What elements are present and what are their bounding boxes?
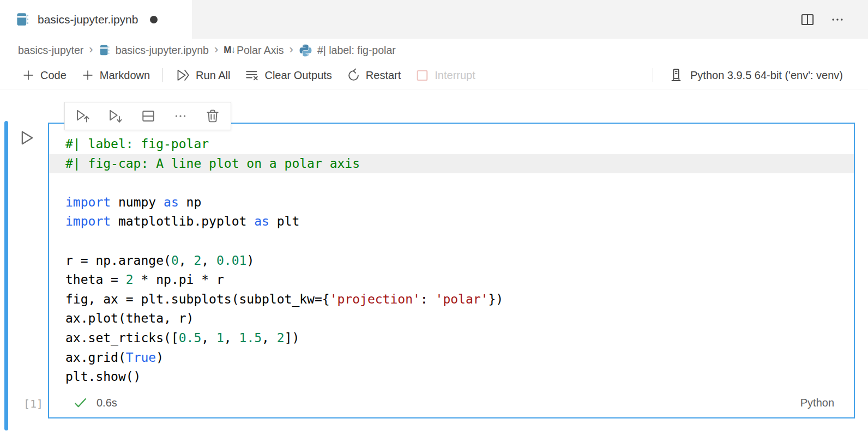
editor-actions [799, 0, 868, 39]
breadcrumb-folder[interactable]: basics-jupyter [18, 44, 83, 57]
breadcrumb-cell[interactable]: #| label: fig-polar [299, 44, 396, 57]
cell-status-bar: 0.6s Python [49, 391, 854, 417]
split-editor-icon[interactable] [799, 11, 816, 28]
code-line[interactable]: fig, ax = plt.subplots(subplot_kw={'proj… [49, 290, 854, 309]
code-line[interactable]: r = np.arange(0, 2, 0.01) [49, 251, 854, 271]
notebook-file-icon [99, 44, 111, 56]
restart-icon [346, 68, 361, 83]
run-below-icon[interactable] [106, 107, 125, 125]
kernel-icon [668, 68, 684, 83]
notebook-file-icon [15, 12, 30, 27]
python-icon [299, 44, 312, 57]
code-line[interactable]: #| label: fig-polar [49, 135, 854, 154]
clear-outputs-icon [244, 68, 260, 83]
execution-count: [1] [15, 397, 51, 410]
split-cell-icon[interactable] [139, 107, 158, 125]
code-line[interactable]: import numpy as np [49, 193, 854, 213]
interrupt-kernel-button[interactable]: Interrupt [408, 62, 482, 89]
code-line[interactable]: import matplotlib.pyplot as plt [49, 212, 854, 232]
run-all-icon [176, 68, 191, 83]
breadcrumb-separator: › [209, 43, 224, 58]
code-line[interactable]: ax.plot(theta, r) [49, 309, 854, 329]
delete-cell-icon[interactable] [203, 107, 222, 125]
more-actions-icon[interactable] [830, 12, 845, 27]
cell-language-picker[interactable]: Python [800, 397, 834, 409]
focused-cell-indicator-bar[interactable] [4, 121, 8, 430]
notebook-toolbar: Code Markdown Run All Clear Outputs [0, 62, 868, 89]
breadcrumb-separator: › [284, 43, 299, 58]
interrupt-icon [415, 68, 430, 83]
plus-icon [81, 68, 95, 82]
breadcrumb-separator: › [83, 43, 98, 58]
code-line[interactable] [49, 173, 854, 193]
modified-indicator-dot[interactable] [150, 16, 158, 23]
code-area[interactable]: #| label: fig-polar#| fig-cap: A line pl… [49, 135, 854, 387]
kernel-label: Python 3.9.5 64-bit ('env': venv) [690, 69, 843, 82]
kernel-picker[interactable]: Python 3.9.5 64-bit ('env': venv) [647, 62, 868, 89]
run-cell-button[interactable] [17, 129, 36, 147]
code-line[interactable]: plt.show() [49, 367, 854, 387]
tab-bar: basics-jupyter.ipynb [0, 0, 868, 39]
execution-duration: 0.6s [97, 397, 117, 409]
breadcrumb: basics-jupyter › basics-jupyter.ipynb › … [0, 39, 868, 62]
plus-icon [21, 68, 35, 82]
code-line[interactable]: #| fig-cap: A line plot on a polar axis [49, 154, 854, 174]
run-above-icon[interactable] [74, 107, 92, 125]
code-line[interactable]: ax.set_rticks([0.5, 1, 1.5, 2]) [49, 329, 854, 348]
tab-title: basics-jupyter.ipynb [38, 13, 138, 26]
add-code-cell-button[interactable]: Code [14, 62, 74, 89]
code-line[interactable] [49, 232, 854, 251]
toolbar-divider [653, 68, 653, 82]
success-check-icon [73, 396, 88, 410]
breadcrumb-file[interactable]: basics-jupyter.ipynb [99, 44, 209, 57]
clear-outputs-button[interactable]: Clear Outputs [237, 62, 339, 89]
run-all-button[interactable]: Run All [168, 62, 237, 89]
markdown-icon: M↓ [224, 45, 235, 56]
more-cell-actions-icon[interactable] [172, 107, 189, 125]
restart-kernel-button[interactable]: Restart [339, 62, 408, 89]
cell-toolbar [64, 102, 231, 130]
add-markdown-cell-button[interactable]: Markdown [74, 62, 157, 89]
code-line[interactable]: theta = 2 * np.pi * r [49, 270, 854, 290]
code-line[interactable]: ax.grid(True) [49, 348, 854, 368]
vscode-notebook-window: basics-jupyter.ipynb basics-jupyter › [0, 0, 868, 437]
breadcrumb-section[interactable]: M↓ Polar Axis [224, 44, 284, 57]
toolbar-divider [162, 68, 163, 82]
code-cell[interactable]: #| label: fig-polar#| fig-cap: A line pl… [48, 123, 855, 418]
tab-basics-jupyter[interactable]: basics-jupyter.ipynb [0, 0, 192, 39]
